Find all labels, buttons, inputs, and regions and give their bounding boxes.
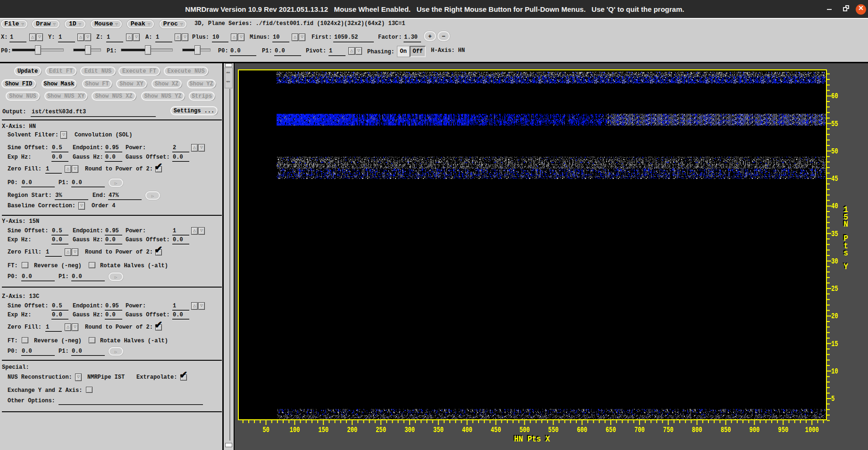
- svg-text:40: 40: [831, 202, 838, 211]
- svg-text:100: 100: [289, 425, 300, 434]
- svg-text:550: 550: [548, 425, 558, 434]
- svg-text:N: N: [843, 220, 848, 229]
- svg-text:250: 250: [376, 425, 386, 434]
- svg-text:200: 200: [347, 425, 357, 434]
- svg-text:350: 350: [433, 425, 444, 434]
- svg-text:10: 10: [831, 367, 838, 376]
- svg-text:650: 650: [606, 425, 616, 434]
- svg-text:5: 5: [831, 394, 834, 403]
- svg-text:950: 950: [778, 425, 788, 434]
- svg-text:600: 600: [577, 425, 587, 434]
- svg-text:25: 25: [831, 284, 838, 293]
- svg-text:450: 450: [491, 425, 501, 434]
- svg-text:50: 50: [262, 425, 270, 434]
- svg-text:50: 50: [831, 147, 838, 156]
- svg-text:300: 300: [405, 425, 415, 434]
- svg-text:HN Pts X: HN Pts X: [514, 434, 550, 444]
- svg-text:Y: Y: [843, 262, 848, 272]
- svg-text:35: 35: [831, 229, 838, 238]
- svg-text:900: 900: [749, 425, 759, 434]
- svg-text:750: 750: [663, 425, 674, 434]
- svg-text:60: 60: [831, 92, 838, 101]
- svg-text:30: 30: [831, 257, 838, 266]
- svg-text:850: 850: [721, 425, 731, 434]
- svg-text:1000: 1000: [805, 425, 819, 434]
- svg-text:s: s: [843, 248, 848, 258]
- svg-text:20: 20: [831, 312, 838, 321]
- svg-text:15: 15: [831, 340, 838, 348]
- svg-text:800: 800: [692, 425, 702, 434]
- svg-text:700: 700: [634, 425, 645, 434]
- svg-text:45: 45: [831, 174, 838, 183]
- svg-text:400: 400: [462, 425, 472, 434]
- svg-text:150: 150: [318, 425, 329, 434]
- svg-text:55: 55: [831, 119, 838, 128]
